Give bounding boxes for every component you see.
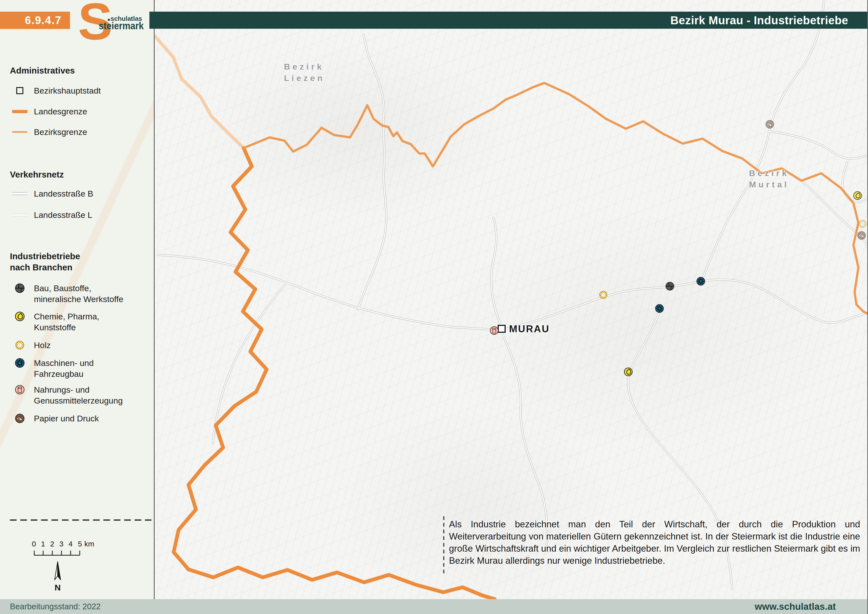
legend-sidebar: 6.9.4.7 S schulatlas steiermark Administ… bbox=[0, 0, 155, 599]
marker-maschinen bbox=[697, 277, 705, 285]
legend-row-maschinen: Maschinen- und Fahrzeugbau bbox=[0, 358, 94, 379]
legend-row-holz: Holz bbox=[0, 340, 51, 351]
heading-administratives: Administratives bbox=[10, 65, 75, 76]
header-bar: Bezirk Murau - Industriebetriebe bbox=[149, 12, 868, 29]
legend-row-bezirkshauptstadt: Bezirkshauptstadt bbox=[0, 85, 101, 96]
scale-bar-line bbox=[34, 550, 80, 556]
footer-website-link[interactable]: www.schulatlas.at bbox=[755, 602, 836, 612]
marker-nahrung bbox=[490, 326, 498, 334]
legend-row-landesstrasse-b: Landesstraße B bbox=[0, 188, 93, 199]
scale-tick-label: 5 bbox=[78, 540, 82, 548]
logo-text-steiermark: steiermark bbox=[99, 20, 144, 31]
north-arrow-icon bbox=[53, 561, 62, 581]
page-title: Bezirk Murau - Industriebetriebe bbox=[670, 14, 848, 27]
marker-papier bbox=[858, 232, 865, 239]
scale-unit: km bbox=[84, 540, 94, 548]
scale-tick-label: 3 bbox=[59, 540, 64, 548]
section-code-badge: 6.9.4.7 bbox=[0, 12, 70, 29]
scale-tick-label: 0 bbox=[32, 540, 36, 548]
heading-industriebetriebe: Industriebetriebe nach Branchen bbox=[10, 250, 80, 273]
legend-row-landesstrasse-l: Landesstraße L bbox=[0, 210, 92, 220]
infobox-text: Als Industrie bezeichnet man den Teil de… bbox=[449, 518, 860, 567]
marker-maschinen bbox=[656, 305, 663, 312]
legend-row-chemie: Chemie, Pharma, Kunststoffe bbox=[0, 311, 99, 333]
marker-holz bbox=[599, 291, 607, 299]
map-svg bbox=[155, 0, 868, 599]
landesgrenze-outside-faded bbox=[155, 37, 244, 148]
infobox-dashed-rule bbox=[443, 516, 444, 576]
holz-icon bbox=[11, 340, 28, 351]
marker-chemie bbox=[624, 368, 632, 376]
region-label-murtal: Bezirk Murtal bbox=[749, 167, 789, 190]
sidebar-dashed-rule bbox=[10, 519, 151, 521]
legend-row-landesgrenze: Landesgrenze bbox=[0, 106, 87, 117]
footer-bar: Bearbeitungsstand: 2022 www.schulatlas.a… bbox=[0, 599, 868, 614]
road-network bbox=[158, 0, 868, 589]
marker-chemie bbox=[854, 192, 862, 199]
maschinen-icon bbox=[11, 358, 28, 368]
bezirkshauptstadt-icon bbox=[11, 85, 28, 96]
industry-marker-layer bbox=[490, 120, 866, 376]
map-canvas: Bezirk Liezen Bezirk Murtal MURAU Als In… bbox=[155, 0, 868, 599]
atlas-page: Bezirk Liezen Bezirk Murtal MURAU Als In… bbox=[0, 0, 868, 614]
bau-icon bbox=[11, 283, 28, 294]
heading-verkehrsnetz: Verkehrsnetz bbox=[10, 169, 64, 180]
landesstrasse-l-icon bbox=[11, 210, 28, 220]
scale-bar: 0 1 2 3 4 5 km bbox=[34, 540, 98, 557]
legend-row-nahrung: Nahrungs- und Genussmittelerzeugung bbox=[0, 384, 123, 406]
city-label-murau: MURAU bbox=[509, 323, 550, 334]
nahrung-icon bbox=[11, 384, 28, 395]
legend-row-bau: Bau, Baustoffe, mineralische Werkstoffe bbox=[0, 283, 124, 305]
city-square-murau bbox=[498, 325, 505, 332]
region-label-liezen: Bezirk Liezen bbox=[284, 61, 325, 84]
scale-tick-label: 1 bbox=[41, 540, 45, 548]
chemie-icon bbox=[11, 311, 28, 322]
north-label: N bbox=[51, 583, 65, 592]
legend-row-papier: Papier und Druck bbox=[0, 413, 99, 424]
papier-icon bbox=[11, 413, 28, 424]
bezirksgrenze-icon bbox=[11, 126, 28, 137]
scale-tick-label: 4 bbox=[68, 540, 73, 548]
bezirksgrenze-border bbox=[244, 83, 868, 314]
marker-papier bbox=[766, 120, 774, 128]
footer-status: Bearbeitungsstand: 2022 bbox=[10, 602, 101, 611]
marker-bau bbox=[666, 282, 674, 290]
landesstrasse-b-icon bbox=[11, 188, 28, 199]
landesgrenze-border bbox=[174, 148, 495, 599]
legend-row-bezirksgrenze: Bezirksgrenze bbox=[0, 126, 87, 137]
scale-tick-label: 2 bbox=[50, 540, 54, 548]
north-arrow: N bbox=[51, 561, 65, 593]
landesgrenze-icon bbox=[11, 106, 28, 117]
schulatlas-logo: S schulatlas steiermark bbox=[78, 3, 150, 45]
marker-holz bbox=[859, 220, 866, 228]
